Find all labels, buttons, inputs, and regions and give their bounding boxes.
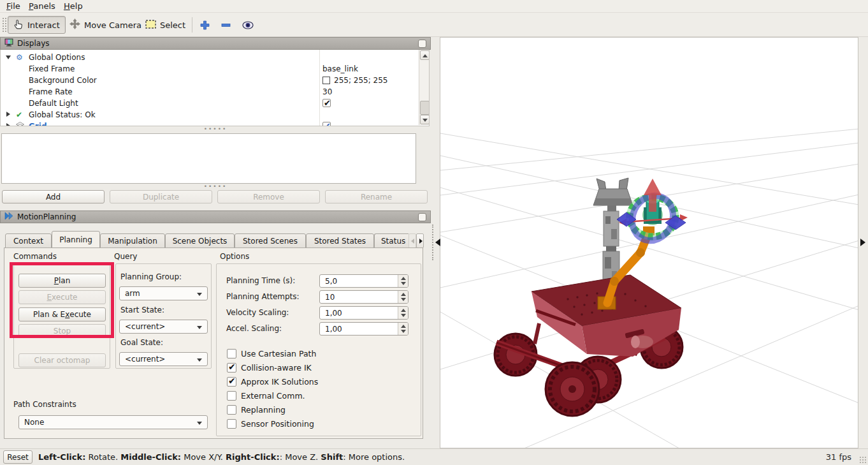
tab-planning[interactable]: Planning bbox=[52, 231, 100, 248]
collapse-right-arrow-icon[interactable] bbox=[860, 239, 865, 246]
commands-heading: Commands bbox=[13, 252, 57, 261]
start-state-dropdown[interactable]: <current> bbox=[119, 320, 208, 334]
3d-viewport[interactable] bbox=[440, 37, 858, 448]
options-heading: Options bbox=[220, 252, 249, 261]
planning-group-label: Planning Group: bbox=[120, 272, 182, 281]
select-tool-button[interactable]: Select bbox=[140, 16, 191, 34]
resize-grip[interactable] bbox=[859, 456, 867, 464]
zoom-out-button[interactable] bbox=[219, 18, 233, 32]
planning-tab-content: Commands Plan Execute Plan & Execute Sto… bbox=[4, 247, 423, 439]
displays-scrollbar[interactable] bbox=[419, 50, 430, 125]
expander-right-icon[interactable] bbox=[6, 112, 10, 117]
hand-pointer-icon bbox=[13, 19, 24, 31]
scrollbar-thumb[interactable] bbox=[420, 101, 430, 115]
accel-scaling-label: Accel. Scaling: bbox=[226, 324, 282, 333]
rviz-window: File Panels Help Interact Move Camera Se… bbox=[0, 0, 868, 465]
rename-button[interactable]: Rename bbox=[325, 190, 428, 203]
planning-attempts-label: Planning Attempts: bbox=[226, 292, 300, 301]
tree-row-default-light[interactable]: Default Light bbox=[1, 98, 417, 109]
tree-row-global-status[interactable]: ✔ Global Status: Ok bbox=[1, 109, 417, 121]
motionplanning-panel-titlebar[interactable]: MotionPlanning bbox=[0, 210, 431, 223]
menu-panels[interactable]: Panels bbox=[25, 0, 59, 13]
tree-row-frame-rate[interactable]: Frame Rate 30 bbox=[1, 86, 417, 98]
tab-scroll-right-icon[interactable] bbox=[416, 233, 424, 248]
menu-help[interactable]: Help bbox=[60, 0, 87, 13]
remove-button[interactable]: Remove bbox=[217, 190, 320, 203]
motion-arrows-icon bbox=[4, 212, 13, 222]
default-light-checkbox[interactable] bbox=[322, 99, 331, 107]
tab-scroll-left-icon[interactable] bbox=[409, 233, 416, 248]
toolbar: Interact Move Camera Select bbox=[0, 13, 868, 37]
chevron-down-icon bbox=[197, 358, 202, 362]
planning-time-spinbox[interactable]: 5,0 bbox=[319, 274, 409, 288]
tab-context[interactable]: Context bbox=[5, 233, 52, 248]
plan-and-execute-button[interactable]: Plan & Execute bbox=[18, 307, 106, 321]
minus-icon bbox=[221, 20, 231, 30]
spin-arrows[interactable] bbox=[398, 291, 408, 303]
status-ok-check-icon: ✔ bbox=[16, 110, 25, 120]
query-heading: Query bbox=[114, 252, 137, 261]
planning-group-dropdown[interactable]: arm bbox=[119, 286, 208, 300]
color-swatch[interactable] bbox=[322, 77, 330, 84]
planning-attempts-spinbox[interactable]: 10 bbox=[319, 290, 409, 304]
start-state-label: Start State: bbox=[120, 306, 164, 314]
accel-scaling-spinbox[interactable]: 1,00 bbox=[319, 322, 409, 336]
chevron-down-icon bbox=[197, 422, 202, 425]
tab-stored-states[interactable]: Stored States bbox=[306, 233, 374, 248]
tree-row-global-options[interactable]: ⚙ Global Options bbox=[1, 52, 417, 63]
spin-arrows[interactable] bbox=[398, 275, 408, 287]
3d-scene bbox=[440, 38, 858, 448]
move-arrows-icon bbox=[69, 18, 80, 31]
velocity-scaling-spinbox[interactable]: 1,00 bbox=[319, 306, 409, 320]
selection-box-icon bbox=[145, 20, 156, 31]
chevron-down-icon bbox=[197, 326, 202, 329]
scroll-up-icon[interactable] bbox=[420, 50, 430, 60]
plan-button[interactable]: Plan bbox=[18, 274, 106, 288]
toolbar-drag-handle[interactable] bbox=[2, 17, 6, 33]
tree-row-fixed-frame[interactable]: Fixed Frame base_link bbox=[1, 63, 417, 75]
tab-manipulation[interactable]: Manipulation bbox=[100, 233, 165, 248]
expander-down-icon[interactable] bbox=[6, 55, 11, 59]
panel-splitter[interactable]: ••••• bbox=[0, 185, 431, 189]
execute-button[interactable]: Execute bbox=[18, 290, 106, 304]
fixed-frame-value[interactable]: base_link bbox=[322, 63, 358, 75]
tab-stored-scenes[interactable]: Stored Scenes bbox=[235, 233, 306, 248]
panel-splitter[interactable]: ••••• bbox=[0, 128, 431, 131]
motionplanning-panel-toggle[interactable] bbox=[418, 213, 426, 221]
tab-status[interactable]: Status bbox=[374, 233, 409, 248]
clear-octomap-button[interactable]: Clear octomap bbox=[18, 353, 106, 367]
collapse-left-arrow-icon[interactable] bbox=[435, 239, 440, 246]
tree-row-background-color[interactable]: Background Color 255; 255; 255 bbox=[1, 75, 417, 86]
path-constraints-dropdown[interactable]: None bbox=[18, 415, 208, 429]
frame-rate-value[interactable]: 30 bbox=[322, 86, 332, 98]
rover-robot[interactable] bbox=[495, 275, 683, 416]
tab-scene-objects[interactable]: Scene Objects bbox=[165, 233, 235, 248]
grid-checkbox[interactable] bbox=[322, 122, 331, 126]
menu-file[interactable]: File bbox=[3, 0, 24, 13]
expander-right-icon[interactable] bbox=[6, 123, 10, 126]
spin-arrows[interactable] bbox=[398, 323, 408, 335]
goal-state-dropdown[interactable]: <current> bbox=[119, 352, 208, 366]
select-tool-label: Select bbox=[160, 20, 185, 30]
spin-arrows[interactable] bbox=[398, 307, 408, 319]
displays-panel-toggle[interactable] bbox=[418, 40, 426, 48]
displays-panel-title: Displays bbox=[17, 39, 49, 48]
viewport-splitter[interactable] bbox=[432, 225, 433, 260]
grid-icon bbox=[16, 121, 25, 126]
interact-tool-label: Interact bbox=[27, 20, 60, 30]
move-camera-tool-button[interactable]: Move Camera bbox=[64, 16, 147, 34]
background-color-value[interactable]: 255; 255; 255 bbox=[334, 75, 387, 86]
add-button[interactable]: Add bbox=[2, 190, 105, 203]
scroll-down-icon[interactable] bbox=[420, 115, 430, 124]
visibility-button[interactable] bbox=[241, 18, 255, 32]
duplicate-button[interactable]: Duplicate bbox=[110, 190, 212, 203]
reset-button[interactable]: Reset bbox=[3, 450, 33, 464]
stop-button[interactable]: Stop bbox=[18, 324, 106, 338]
zoom-in-button[interactable] bbox=[198, 18, 212, 32]
interact-tool-button[interactable]: Interact bbox=[8, 16, 66, 34]
eye-icon bbox=[242, 21, 254, 29]
displays-panel-titlebar[interactable]: Displays bbox=[0, 37, 431, 50]
plus-icon bbox=[200, 20, 210, 30]
displays-property-tree[interactable]: ⚙ Global Options Fixed Frame base_link B… bbox=[0, 50, 430, 126]
goal-state-label: Goal State: bbox=[120, 338, 163, 347]
